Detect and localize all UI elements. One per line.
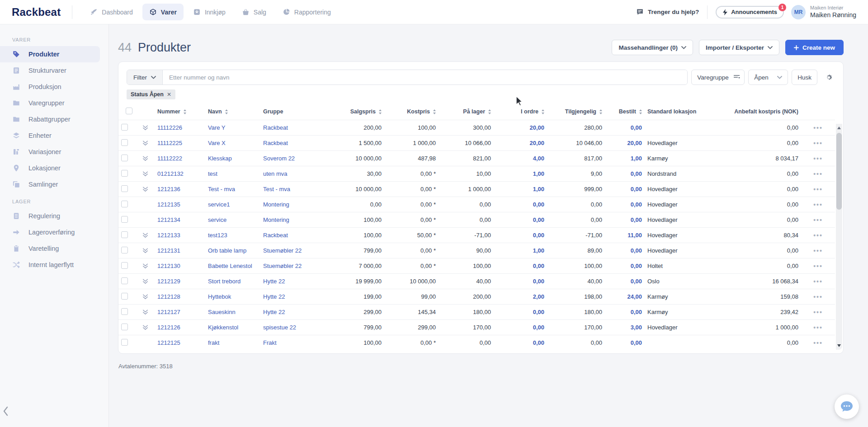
row-actions-button[interactable]: ••• — [801, 320, 835, 335]
nav-item-dashboard[interactable]: Dashboard — [83, 4, 140, 20]
expand-chevrons-icon[interactable] — [142, 170, 152, 177]
nav-item-rapportering[interactable]: Rapportering — [276, 4, 338, 20]
sort-icon[interactable] — [599, 109, 602, 114]
row-actions-button[interactable]: ••• — [801, 228, 835, 243]
row-checkbox[interactable] — [121, 155, 128, 161]
product-group-link[interactable]: Stuemøbler 22 — [263, 247, 302, 254]
product-number-link[interactable]: 11112225 — [157, 140, 182, 146]
sidebar-item-rabattgrupper[interactable]: Rabattgrupper — [0, 111, 100, 127]
sort-icon[interactable] — [184, 109, 186, 114]
product-group-link[interactable]: Montering — [263, 201, 289, 208]
product-name-link[interactable]: Stort trebord — [208, 278, 241, 285]
column-header-kostpris[interactable]: Kostpris — [384, 105, 439, 120]
column-header-salgspris[interactable]: Salgspris — [334, 105, 384, 120]
column-header-i-ordre[interactable]: I ordre — [494, 105, 547, 120]
product-group-link[interactable]: Montering — [263, 216, 289, 223]
user-menu[interactable]: Maiken Interiør Maiken Rønning — [810, 5, 856, 19]
column-header-bestilt[interactable]: Bestilt — [605, 105, 645, 120]
product-group-link[interactable]: Rackbeat — [263, 232, 288, 239]
row-actions-button[interactable]: ••• — [801, 258, 835, 274]
row-checkbox[interactable] — [121, 201, 128, 207]
row-checkbox[interactable] — [121, 324, 128, 330]
row-checkbox[interactable] — [121, 339, 128, 346]
row-checkbox[interactable] — [121, 293, 128, 300]
row-checkbox[interactable] — [121, 247, 128, 253]
sort-icon[interactable] — [488, 109, 491, 114]
expand-chevrons-icon[interactable] — [142, 309, 152, 315]
product-group-link[interactable]: Rackbeat — [263, 124, 288, 131]
product-number-link[interactable]: 1212136 — [157, 186, 180, 192]
sidebar-item-enheter[interactable]: Enheter — [0, 127, 100, 144]
sort-icon[interactable] — [542, 109, 544, 114]
expand-chevrons-icon[interactable] — [142, 232, 152, 239]
sidebar-item-produksjon[interactable]: Produksjon — [0, 79, 100, 95]
column-header-navn[interactable]: Navn — [205, 105, 260, 120]
search-input[interactable] — [163, 70, 687, 84]
rackbeat-logo[interactable]: Rackbeat — [12, 6, 61, 19]
product-name-link[interactable]: Orb table lamp — [208, 247, 246, 254]
sort-icon[interactable] — [639, 109, 642, 114]
product-number-link[interactable]: 1212125 — [157, 339, 180, 346]
product-name-link[interactable]: Babette Lenestol — [208, 263, 252, 269]
expand-chevrons-icon[interactable] — [142, 263, 152, 269]
sidebar-item-regulering[interactable]: Regulering — [0, 208, 100, 224]
sidebar-item-samlinger[interactable]: Samlinger — [0, 176, 100, 192]
row-checkbox[interactable] — [121, 262, 128, 269]
product-number-link[interactable]: 1212126 — [157, 324, 180, 331]
expand-chevrons-icon[interactable] — [142, 324, 152, 331]
sidebar-item-strukturvarer[interactable]: Strukturvarer — [0, 62, 100, 79]
row-actions-button[interactable]: ••• — [801, 197, 835, 212]
product-name-link[interactable]: Hyttebok — [208, 293, 231, 300]
sidebar-item-variasjoner[interactable]: Variasjoner — [0, 144, 100, 160]
product-number-link[interactable]: 1212133 — [157, 232, 180, 239]
scrollbar-thumb[interactable] — [836, 133, 842, 210]
sidebar-item-lokasjoner[interactable]: Lokasjoner — [0, 160, 100, 176]
row-checkbox[interactable] — [121, 185, 128, 192]
row-checkbox[interactable] — [121, 231, 128, 238]
product-group-link[interactable]: Hytte 22 — [263, 293, 285, 300]
sort-icon[interactable] — [433, 109, 436, 114]
column-header-på-lager[interactable]: På lager — [439, 105, 494, 120]
product-number-link[interactable]: 01212132 — [157, 170, 184, 177]
avatar[interactable]: MR — [791, 5, 806, 19]
product-number-link[interactable]: 1212127 — [157, 309, 180, 315]
product-name-link[interactable]: service1 — [208, 201, 230, 208]
row-actions-button[interactable]: ••• — [801, 305, 835, 320]
product-number-link[interactable]: 1212129 — [157, 278, 180, 285]
product-number-link[interactable]: 1212131 — [157, 247, 180, 254]
product-number-link[interactable]: 11112222 — [157, 155, 182, 162]
product-name-link[interactable]: Kjøkkenstol — [208, 324, 238, 331]
sort-icon[interactable] — [225, 109, 228, 114]
filter-dropdown-button[interactable]: Filter — [127, 70, 163, 84]
husk-button[interactable]: Husk — [792, 70, 817, 85]
product-number-link[interactable]: 11112226 — [157, 124, 182, 131]
product-group-link[interactable]: Rackbeat — [263, 140, 288, 146]
product-group-link[interactable]: Stuemøbler 22 — [263, 263, 302, 269]
product-name-link[interactable]: frakt — [208, 339, 219, 346]
product-name-link[interactable]: Vare X — [208, 140, 226, 146]
scroll-up-icon[interactable] — [837, 127, 841, 129]
product-number-link[interactable]: 1212130 — [157, 263, 180, 269]
row-actions-button[interactable]: ••• — [801, 212, 835, 228]
sidebar-item-varegrupper[interactable]: Varegrupper — [0, 95, 100, 111]
product-name-link[interactable]: service — [208, 216, 226, 223]
product-group-link[interactable]: Hytte 22 — [263, 278, 285, 285]
gear-icon[interactable] — [821, 70, 835, 85]
product-name-link[interactable]: test123 — [208, 232, 227, 239]
row-checkbox[interactable] — [121, 277, 128, 284]
expand-chevrons-icon[interactable] — [142, 278, 152, 285]
product-name-link[interactable]: Klesskap — [208, 155, 232, 162]
product-name-link[interactable]: Vare Y — [208, 124, 226, 131]
sidebar-collapse-button[interactable] — [2, 405, 10, 417]
row-actions-button[interactable]: ••• — [801, 120, 835, 136]
product-group-link[interactable]: Frakt — [263, 339, 277, 346]
product-number-link[interactable]: 1212134 — [157, 216, 180, 223]
expand-chevrons-icon[interactable] — [142, 247, 152, 254]
sidebar-item-produkter[interactable]: Produkter — [0, 46, 100, 62]
row-actions-button[interactable]: ••• — [801, 289, 835, 305]
nav-item-salg[interactable]: Salg — [235, 4, 273, 20]
row-actions-button[interactable]: ••• — [801, 166, 835, 182]
create-new-button[interactable]: Create new — [785, 40, 844, 55]
sidebar-item-varetelling[interactable]: Varetelling — [0, 240, 100, 257]
nav-item-varer[interactable]: Varer — [142, 4, 184, 20]
